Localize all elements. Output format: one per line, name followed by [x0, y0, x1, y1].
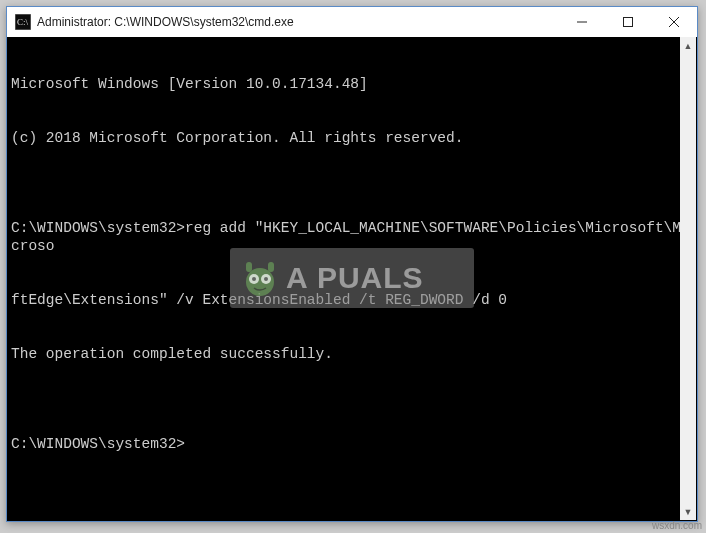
svg-rect-3: [624, 18, 633, 27]
scroll-up-icon[interactable]: ▲: [680, 37, 696, 54]
console-line: The operation completed successfully.: [11, 345, 693, 363]
prompt: C:\WINDOWS\system32>: [11, 220, 185, 236]
svg-point-9: [252, 277, 256, 281]
console-line: (c) 2018 Microsoft Corporation. All righ…: [11, 129, 693, 147]
prompt: C:\WINDOWS\system32>: [11, 436, 185, 452]
close-button[interactable]: [651, 7, 697, 37]
watermark-text: A PUALS: [286, 261, 424, 295]
window-controls: [559, 7, 697, 37]
svg-rect-12: [268, 262, 274, 272]
vertical-scrollbar[interactable]: ▲ ▼: [680, 37, 696, 520]
minimize-button[interactable]: [559, 7, 605, 37]
console-line: Microsoft Windows [Version 10.0.17134.48…: [11, 75, 693, 93]
cmd-icon: C:\: [15, 14, 31, 30]
scroll-down-icon[interactable]: ▼: [680, 503, 696, 520]
scroll-track[interactable]: [680, 54, 696, 503]
attribution-text: wsxdn.com: [652, 520, 702, 531]
maximize-button[interactable]: [605, 7, 651, 37]
watermark: A PUALS: [230, 248, 474, 308]
window-title: Administrator: C:\WINDOWS\system32\cmd.e…: [37, 15, 559, 29]
console-line: C:\WINDOWS\system32>: [11, 435, 693, 453]
svg-text:C:\: C:\: [17, 17, 29, 27]
svg-rect-11: [246, 262, 252, 272]
svg-point-10: [264, 277, 268, 281]
mascot-icon: [238, 256, 282, 300]
titlebar[interactable]: C:\ Administrator: C:\WINDOWS\system32\c…: [7, 7, 697, 37]
